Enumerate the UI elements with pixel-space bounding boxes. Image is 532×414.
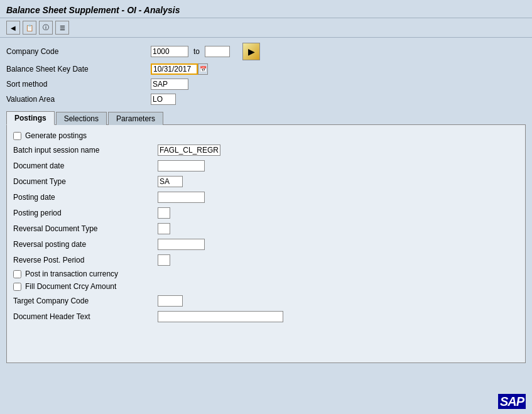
batch-input-label: Batch input session name <box>13 146 158 155</box>
tab-selections[interactable]: Selections <box>56 112 107 125</box>
reverse-post-period-label: Reverse Post. Period <box>13 256 158 264</box>
document-type-row: Document Type <box>13 175 519 188</box>
doc-header-text-row: Document Header Text <box>13 310 519 323</box>
generate-postings-checkbox[interactable] <box>13 132 21 140</box>
valuation-area-row: Valuation Area <box>6 93 526 106</box>
post-in-trans-row: Post in transaction currency <box>13 270 519 278</box>
navigate-button[interactable]: ▶ <box>242 43 260 60</box>
posting-date-label: Posting date <box>13 193 158 202</box>
posting-date-row: Posting date <box>13 191 519 204</box>
post-in-trans-checkbox[interactable] <box>13 270 21 278</box>
reversal-posting-date-row: Reversal posting date <box>13 238 519 251</box>
reversal-doc-type-input[interactable] <box>158 223 170 234</box>
valuation-area-input[interactable] <box>151 94 176 105</box>
tab-postings[interactable]: Postings <box>6 111 55 125</box>
postings-tab-content: Generate postings Batch input session na… <box>6 124 526 363</box>
sap-logo: SAP <box>498 395 526 409</box>
batch-input-row: Batch input session name <box>13 144 519 156</box>
document-date-row: Document date <box>13 160 519 172</box>
reverse-post-period-input[interactable] <box>158 254 170 266</box>
company-code-label: Company Code <box>6 47 151 56</box>
target-company-row: Target Company Code <box>13 295 519 307</box>
posting-period-input[interactable] <box>158 207 170 219</box>
reverse-post-period-row: Reverse Post. Period <box>13 254 519 266</box>
balance-sheet-label: Balance Sheet Key Date <box>6 65 151 74</box>
tabs-container: Postings Selections Parameters <box>6 111 526 124</box>
document-date-label: Document date <box>13 161 158 170</box>
calendar-button[interactable]: 📅 <box>198 63 208 75</box>
reversal-doc-type-label: Reversal Document Type <box>13 224 158 233</box>
target-company-input[interactable] <box>158 295 183 307</box>
copy-button[interactable]: 📋 <box>23 21 36 35</box>
valuation-area-label: Valuation Area <box>6 95 151 104</box>
toolbar: ◀ 📋 ⓘ ☰ <box>0 18 532 38</box>
target-company-label: Target Company Code <box>13 297 158 305</box>
back-button[interactable]: ◀ <box>6 21 20 35</box>
batch-input-input[interactable] <box>158 144 220 156</box>
balance-sheet-input[interactable] <box>151 63 198 75</box>
document-type-label: Document Type <box>13 177 158 186</box>
fill-doc-crcy-checkbox[interactable] <box>13 283 21 291</box>
company-code-to-input[interactable] <box>205 46 230 57</box>
sort-method-label: Sort method <box>6 80 151 89</box>
company-code-row: Company Code to ▶ <box>6 43 526 60</box>
balance-sheet-row: Balance Sheet Key Date 📅 <box>6 63 526 75</box>
sort-method-row: Sort method <box>6 78 526 90</box>
document-date-input[interactable] <box>158 160 205 172</box>
fill-doc-crcy-row: Fill Document Crcy Amount <box>13 282 519 291</box>
document-type-input[interactable] <box>158 176 183 187</box>
posting-date-input[interactable] <box>158 192 205 203</box>
tab-parameters[interactable]: Parameters <box>108 112 163 125</box>
reversal-posting-date-label: Reversal posting date <box>13 240 158 249</box>
posting-period-label: Posting period <box>13 209 158 217</box>
generate-postings-row: Generate postings <box>13 131 519 140</box>
doc-header-text-label: Document Header Text <box>13 312 158 321</box>
to-label: to <box>193 47 200 56</box>
generate-postings-label: Generate postings <box>25 131 87 140</box>
company-code-input[interactable] <box>151 46 188 57</box>
page-title: Balance Sheet Supplement - OI - Analysis <box>6 5 526 15</box>
posting-period-row: Posting period <box>13 207 519 219</box>
doc-header-text-input[interactable] <box>158 311 283 322</box>
main-content: Company Code to ▶ Balance Sheet Key Date… <box>0 38 532 368</box>
post-in-trans-label: Post in transaction currency <box>25 270 118 278</box>
reversal-posting-date-input[interactable] <box>158 239 205 250</box>
reversal-doc-type-row: Reversal Document Type <box>13 222 519 235</box>
config-button[interactable]: ☰ <box>55 21 69 35</box>
title-bar: Balance Sheet Supplement - OI - Analysis <box>0 0 532 18</box>
fill-doc-crcy-label: Fill Document Crcy Amount <box>25 282 116 291</box>
info-button[interactable]: ⓘ <box>39 21 53 35</box>
sort-method-input[interactable] <box>151 79 188 90</box>
